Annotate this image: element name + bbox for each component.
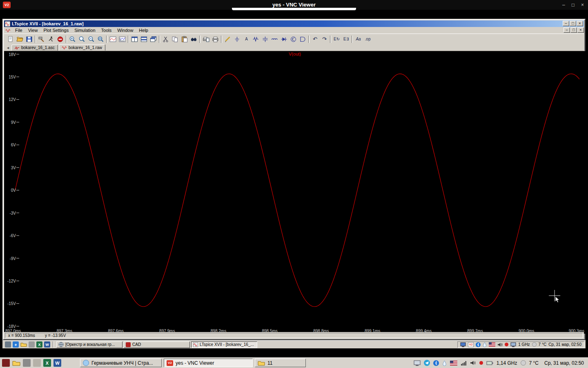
battery-icon[interactable] (486, 361, 493, 366)
redo-icon[interactable]: ↷ (320, 35, 329, 43)
word-icon[interactable]: W (44, 341, 50, 348)
new-schematic-icon[interactable] (6, 35, 15, 43)
volume-icon[interactable] (497, 342, 503, 347)
capacitor-icon[interactable] (261, 35, 270, 43)
mdi-minimize-button[interactable]: – (564, 27, 570, 33)
telegram-icon[interactable] (424, 360, 430, 366)
draw-wire-icon[interactable] (223, 35, 232, 43)
inductor-icon[interactable] (270, 35, 279, 43)
menu-view[interactable]: View (25, 27, 41, 33)
tab-schematic[interactable]: bokarev_16_1.asc (11, 45, 58, 51)
menu-tools[interactable]: Tools (98, 27, 115, 33)
run-icon[interactable] (46, 35, 56, 43)
print-preview-icon[interactable] (201, 35, 211, 43)
excel-icon[interactable]: X (36, 341, 42, 348)
rotate-icon[interactable]: E↻ (332, 35, 341, 43)
waveform-plot-pane[interactable]: V(out) 18V15V12V9V6V3V0V-3V-6V-9V-12V-15… (4, 51, 586, 334)
host-volume-icon[interactable] (470, 360, 476, 366)
vnc-maximize-button[interactable]: □ (572, 2, 575, 8)
trace-label[interactable]: V(out) (289, 52, 301, 56)
open-file-icon[interactable] (15, 35, 24, 43)
ltspice-restore-button[interactable]: □ (570, 21, 576, 26)
menu-window[interactable]: Window (114, 27, 136, 33)
bipolar-transistor-icon[interactable] (289, 35, 298, 43)
spice-directive-icon[interactable]: .op (363, 35, 372, 43)
zoom-back-icon[interactable] (77, 35, 87, 43)
halt-icon[interactable] (56, 35, 65, 43)
ltspice-close-button[interactable]: × (577, 21, 583, 26)
host-excel-icon[interactable]: X (43, 359, 51, 367)
mdi-close-button[interactable]: × (577, 27, 584, 33)
tile-vertical-icon[interactable] (130, 35, 139, 43)
save-icon[interactable] (24, 35, 34, 43)
tile-horizontal-icon[interactable] (139, 35, 149, 43)
show-desktop-icon[interactable] (5, 341, 11, 348)
alert-dot-icon[interactable] (505, 343, 508, 346)
autorange-y-axis-icon[interactable] (108, 35, 118, 43)
host-bluetooth-icon[interactable] (433, 360, 439, 366)
vnc-minimize-button[interactable]: – (562, 2, 565, 8)
host-weather-icon[interactable] (521, 360, 526, 366)
host-file-manager-icon[interactable] (12, 360, 20, 366)
host-word-icon[interactable]: W (53, 359, 61, 367)
cascade-windows-icon[interactable] (149, 35, 158, 43)
host-us-flag-icon[interactable] (450, 361, 457, 366)
resistor-icon[interactable] (251, 35, 261, 43)
host-terminal-icon[interactable] (23, 359, 31, 367)
copy-icon[interactable] (170, 35, 180, 43)
zoom-in-icon[interactable] (68, 35, 77, 43)
menu-help[interactable]: Help (136, 27, 151, 33)
menu-plot-settings[interactable]: Plot Settings (40, 27, 71, 33)
file-explorer-icon[interactable] (20, 342, 27, 347)
undo-icon[interactable]: ↶ (310, 35, 320, 43)
monitor-tray-icon[interactable] (510, 342, 516, 347)
host-task-folder[interactable]: 11 (255, 359, 306, 367)
bluetooth-icon[interactable] (476, 342, 481, 347)
host-task-vnc[interactable]: V2 yes - VNC Viewer (164, 359, 253, 367)
host-window-icon[interactable] (33, 359, 41, 367)
tab-scroll-left-button[interactable]: ◄ (5, 46, 11, 51)
zoom-out-icon[interactable] (87, 35, 96, 43)
app-shortcut-icon[interactable] (29, 341, 35, 348)
ground-icon[interactable] (232, 35, 242, 43)
ltspice-app-icon[interactable] (5, 21, 10, 27)
plot-settings-icon[interactable] (118, 35, 127, 43)
control-panel-icon[interactable] (37, 35, 46, 43)
host-task-browser[interactable]: Германиевые УНЧ | Стра... (80, 359, 162, 367)
mirror-icon[interactable]: E∃ (341, 35, 351, 43)
waveform-canvas[interactable] (4, 51, 586, 334)
applications-menu-icon[interactable] (2, 359, 10, 367)
component-icon[interactable] (298, 35, 307, 43)
remote-task-browser[interactable]: [Оркестр и вокальная гр... (56, 341, 122, 348)
remote-task-cad[interactable]: CAD (124, 341, 190, 348)
diode-icon[interactable] (279, 35, 289, 43)
toolbar-separator (199, 36, 200, 43)
vnc-toolbar-tab[interactable] (232, 8, 356, 10)
ltspice-titlebar[interactable]: LTspice XVII - [bokarev_16_1.raw] – □ × (4, 20, 584, 27)
weather-icon[interactable] (532, 342, 537, 347)
ltspice-minimize-button[interactable]: – (563, 21, 569, 26)
water-drop-icon[interactable] (483, 342, 487, 347)
zoom-full-extents-icon[interactable] (96, 35, 105, 43)
host-water-drop-icon[interactable] (442, 360, 447, 366)
vnc-close-button[interactable]: × (581, 2, 584, 8)
tab-waveform[interactable]: bokarev_16_1.raw (59, 44, 105, 51)
vnc-tray-icon[interactable]: V2 (468, 342, 474, 347)
display-icon[interactable] (460, 342, 466, 347)
host-display-icon[interactable] (414, 360, 421, 366)
host-alert-dot-icon[interactable] (479, 361, 483, 365)
cut-icon[interactable] (161, 35, 170, 43)
find-icon[interactable] (189, 35, 198, 43)
mdi-child-icon[interactable] (6, 28, 11, 33)
paste-icon[interactable] (180, 35, 189, 43)
us-flag-icon[interactable] (489, 342, 495, 347)
net-label-icon[interactable]: A (242, 35, 251, 43)
text-icon[interactable]: Aa (354, 35, 363, 43)
print-icon[interactable] (211, 35, 220, 43)
menu-simulation[interactable]: Simulation (71, 27, 98, 33)
internet-explorer-icon[interactable]: e (13, 341, 19, 348)
menu-file[interactable]: File (12, 27, 25, 33)
signal-strength-icon[interactable] (461, 361, 467, 366)
remote-task-ltspice[interactable]: LTspice XVII - [bokarev_16_... (191, 341, 257, 348)
mdi-restore-button[interactable]: □ (570, 27, 577, 33)
